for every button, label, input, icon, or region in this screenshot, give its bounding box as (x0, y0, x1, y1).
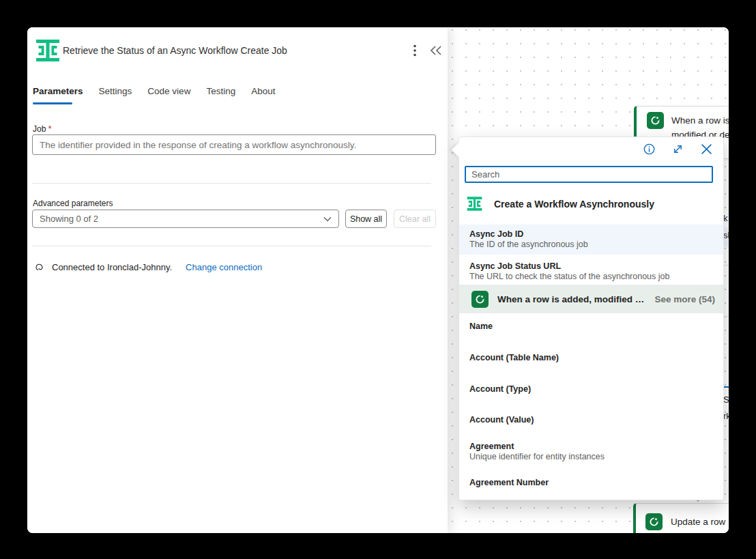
section-create-workflow: Create a Workflow Asynchronously (466, 196, 654, 212)
dropdown-value: Showing 0 of 2 (40, 214, 323, 224)
dynamic-content-item-account-table-name[interactable]: Account (Table Name) (469, 353, 713, 363)
item-description: The ID of the asynchronous job (469, 240, 713, 250)
edge-fragment-divider (724, 316, 729, 317)
clear-all-button[interactable]: Clear all (394, 210, 436, 228)
tab-code-view[interactable]: Code view (147, 86, 190, 96)
ironclad-icon (466, 196, 483, 212)
advanced-parameters-label: Advanced parameters (33, 199, 113, 208)
dynamic-content-item-async-job-status-url[interactable]: Async Job Status URL The URL to check th… (459, 257, 723, 285)
show-all-button[interactable]: Show all (345, 210, 387, 228)
section-when-row-modified[interactable]: When a row is added, modified or… See mo… (459, 285, 723, 313)
item-title: Async Job ID (469, 229, 713, 240)
dynamic-content-item-name[interactable]: Name (469, 321, 713, 332)
item-title: Name (469, 321, 713, 332)
divider (32, 183, 431, 184)
dynamic-content-item-agreement[interactable]: Agreement Unique identifier for entity i… (469, 442, 713, 462)
dataverse-icon (645, 513, 663, 530)
see-more-link[interactable]: See more (54) (654, 294, 715, 304)
dynamic-content-item-async-job-id[interactable]: Async Job ID The ID of the asynchronous … (459, 225, 723, 255)
tab-settings[interactable]: Settings (99, 86, 132, 96)
panel-tabs: Parameters Settings Code view Testing Ab… (33, 86, 291, 96)
connection-row: Connected to Ironclad-Johnny. Change con… (34, 262, 262, 272)
search-input[interactable] (465, 166, 713, 183)
tab-about[interactable]: About (251, 86, 275, 96)
close-icon[interactable] (701, 143, 712, 155)
update-row-node-label: Update a row (671, 517, 725, 527)
edge-fragment-text: St (723, 395, 729, 405)
edge-fragment-selection-border (724, 386, 729, 388)
change-connection-link[interactable]: Change connection (186, 262, 262, 272)
section-title: Create a Workflow Asynchronously (494, 199, 654, 210)
ironclad-icon (35, 38, 60, 63)
dynamic-content-item-account-value[interactable]: Account (Value) (469, 415, 713, 425)
item-title: Agreement (469, 442, 713, 452)
item-description: The URL to check the status of the async… (469, 272, 713, 282)
tab-parameters[interactable]: Parameters (33, 86, 83, 96)
popup-toolbar (643, 143, 712, 155)
collapse-panel-button[interactable] (427, 42, 445, 59)
edge-fragment-text: sl (723, 230, 729, 240)
panel-title: Retrieve the Status of an Async Workflow… (63, 38, 287, 63)
required-asterisk: * (48, 124, 52, 134)
item-description: Unique identifier for entity instances (469, 452, 713, 462)
advanced-parameters-dropdown[interactable]: Showing 0 of 2 (32, 210, 339, 228)
item-title: Agreement Number (469, 478, 713, 488)
connection-icon (34, 262, 44, 272)
item-title: Async Job Status URL (469, 261, 713, 272)
app-window: When a row is modified or de k sl St rk … (27, 27, 729, 533)
active-tab-indicator (33, 102, 72, 104)
screen: When a row is modified or de k sl St rk … (0, 0, 756, 559)
update-row-node-card[interactable]: Update a row (633, 503, 729, 533)
dataverse-icon (471, 291, 489, 308)
connection-status-text: Connected to Ironclad-Johnny. (52, 262, 172, 272)
job-field-label: Job * (33, 124, 51, 134)
section-title: When a row is added, modified or… (497, 294, 646, 304)
divider (32, 246, 431, 246)
edge-fragment-divider (724, 265, 729, 266)
item-title: Account (Table Name) (469, 353, 713, 363)
dataverse-icon (647, 112, 664, 129)
chevron-down-icon (323, 216, 332, 222)
tab-testing[interactable]: Testing (206, 86, 235, 96)
dynamic-content-popup: Create a Workflow Asynchronously Async J… (459, 137, 724, 500)
expand-icon[interactable] (672, 143, 684, 155)
item-title: Account (Type) (469, 384, 713, 395)
more-options-button[interactable] (407, 42, 423, 59)
action-panel: Retrieve the Status of an Async Workflow… (27, 27, 448, 533)
edge-fragment-text: rk (723, 411, 729, 421)
job-input[interactable] (32, 134, 436, 155)
dynamic-content-item-agreement-number[interactable]: Agreement Number (469, 478, 713, 488)
dynamic-content-item-account-type[interactable]: Account (Type) (469, 384, 713, 395)
item-title: Account (Value) (469, 415, 713, 425)
info-icon[interactable] (643, 143, 655, 155)
